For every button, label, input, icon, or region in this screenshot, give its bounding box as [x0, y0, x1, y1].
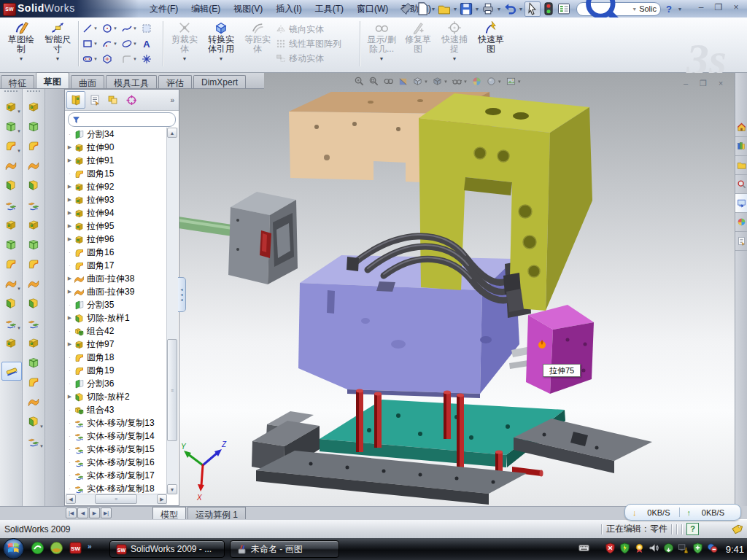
features-tool-12[interactable]: ▼	[1, 314, 20, 332]
expand-arrow[interactable]: ▶	[66, 276, 74, 281]
sketch-tool-spline[interactable]: ▼	[121, 20, 141, 36]
select-arrow-button[interactable]	[525, 1, 541, 17]
features-tool-11[interactable]	[1, 295, 20, 312]
surfaces-tool-17[interactable]: ▼	[24, 413, 43, 430]
dropdown-caret[interactable]: ▼	[39, 424, 44, 429]
dropdown-caret[interactable]: ▼	[219, 54, 224, 63]
expand-arrow[interactable]: ▶	[66, 394, 74, 400]
expand-arrow[interactable]: ▶	[66, 158, 74, 163]
model-clamp-unit[interactable]	[179, 192, 298, 284]
offset-entities-button[interactable]: 等距实体	[239, 18, 276, 70]
minimize-button[interactable]: –	[694, 2, 708, 14]
surfaces-tool-14[interactable]	[24, 354, 43, 371]
dropdown-caret[interactable]: ▼	[17, 109, 21, 114]
help-caret[interactable]: ▼	[677, 7, 683, 12]
apply-scene-button[interactable]	[471, 76, 482, 87]
task-pane-tab-design-library[interactable]	[735, 137, 747, 156]
sketch-tool-select-region[interactable]	[141, 20, 160, 36]
dropdown-caret[interactable]: ▼	[452, 7, 458, 12]
features-tool-9[interactable]	[1, 255, 20, 273]
tree-item[interactable]: ·实体-移动/复制14	[66, 429, 167, 443]
features-tool-6[interactable]	[1, 196, 20, 214]
menu-item-3[interactable]: 插入(I)	[269, 1, 308, 18]
undo-button[interactable]	[503, 2, 517, 16]
close-button[interactable]: ×	[729, 2, 743, 14]
dropdown-caret[interactable]: ▼	[17, 149, 21, 153]
task-pane-tab-search[interactable]	[735, 175, 747, 194]
motion-study-tab[interactable]: 运动算例 1	[187, 507, 246, 519]
move-entities-button[interactable]: 移动实体	[276, 51, 357, 66]
tray-input-method[interactable]	[578, 542, 589, 556]
tab-模具工具[interactable]: 模具工具	[106, 75, 157, 88]
dropdown-caret[interactable]: ▼	[17, 326, 21, 330]
features-tool-2[interactable]: ▼	[1, 117, 20, 135]
dropdown-caret[interactable]: ▼	[93, 42, 98, 46]
dropdown-caret[interactable]: ▼	[133, 57, 138, 61]
expand-arrow[interactable]: ▶	[66, 184, 74, 190]
zoom-area-button[interactable]	[368, 76, 379, 87]
dropdown-caret[interactable]: ▼	[17, 129, 21, 133]
property-manager-tab[interactable]	[86, 92, 104, 108]
surfaces-tool-11[interactable]	[24, 295, 43, 312]
doc-minimize-button[interactable]: –	[680, 79, 692, 88]
smart-dimension-button[interactable]: 智能尺寸▼	[39, 18, 76, 70]
surfaces-tool-5[interactable]	[24, 176, 43, 194]
sketch-tool-circle[interactable]: ▼	[101, 20, 121, 36]
features-tool-7[interactable]	[1, 216, 20, 233]
convert-entities-button[interactable]: 转换实体引用▼	[203, 18, 239, 70]
dropdown-caret[interactable]: ▼	[498, 79, 502, 84]
last-tab-button[interactable]: ▶|	[101, 508, 112, 518]
expand-arrow[interactable]: ▶	[66, 197, 74, 203]
view-orientation-button[interactable]: ▼	[412, 76, 428, 87]
tree-item[interactable]: ·圆角19	[66, 364, 167, 377]
dropdown-caret[interactable]: ▼	[39, 444, 44, 448]
tree-item[interactable]: ·圆角15	[66, 167, 167, 180]
feature-manager-tab[interactable]	[66, 91, 85, 109]
tray-antivirus[interactable]	[619, 542, 630, 556]
features-tool-4[interactable]	[1, 157, 20, 174]
features-tool-13[interactable]	[1, 334, 20, 351]
dropdown-caret[interactable]: ▼	[17, 287, 21, 291]
surfaces-tool-6[interactable]	[24, 196, 43, 214]
tree-item[interactable]: ▶拉伸96	[66, 233, 167, 246]
save-button[interactable]	[459, 2, 473, 16]
tab-草图[interactable]: 草图	[36, 72, 69, 88]
surfaces-tool-12[interactable]	[24, 314, 43, 332]
tree-item[interactable]: ·圆角16	[66, 246, 167, 259]
tree-item[interactable]: ▶拉伸93	[66, 193, 167, 206]
search-input[interactable]: ▼Solic	[576, 2, 661, 16]
tree-item[interactable]: ▶拉伸92	[66, 180, 167, 193]
surfaces-tool-2[interactable]	[24, 117, 43, 135]
sketch-tool-point[interactable]	[141, 51, 160, 66]
tree-item[interactable]: ·实体-移动/复制17	[66, 469, 167, 482]
taskbar-button-solidworks[interactable]: SW SolidWorks 2009 - ...	[109, 540, 225, 558]
sketch-button[interactable]: 草图绘制▼	[3, 18, 39, 70]
dropdown-caret[interactable]: ▼	[424, 79, 428, 84]
scroll-right-button[interactable]: ▶	[157, 494, 167, 504]
tree-item[interactable]: ▶拉伸91	[66, 154, 167, 167]
dropdown-caret[interactable]: ▼	[518, 7, 524, 12]
hide-show-items-button[interactable]: ▼	[452, 76, 468, 87]
surfaces-tool-16[interactable]	[24, 393, 43, 411]
pin-button[interactable]	[400, 2, 414, 16]
surfaces-tool-4[interactable]	[24, 157, 43, 174]
menu-item-5[interactable]: 窗口(W)	[350, 1, 395, 18]
tree-item[interactable]: ·实体-移动/复制16	[66, 456, 167, 469]
first-tab-button[interactable]: |◀	[66, 508, 77, 518]
tree-item[interactable]: ▶拉伸97	[66, 338, 167, 351]
mirror-entities-button[interactable]: 镜向实体	[276, 22, 357, 36]
tree-item[interactable]: ·组合42	[66, 324, 167, 338]
doc-restore-button[interactable]: ❐	[697, 79, 709, 88]
tree-item[interactable]: ·实体-移动/复制13	[66, 416, 167, 429]
dropdown-caret[interactable]: ▼	[113, 26, 118, 31]
tag-icon[interactable]	[731, 524, 743, 535]
quick-snaps-button[interactable]: 快速捕捉▼	[436, 18, 473, 70]
expand-arrow[interactable]: ▶	[66, 289, 74, 295]
tray-volume[interactable]	[649, 542, 659, 556]
surfaces-tool-15[interactable]	[24, 373, 43, 391]
features-tool-3[interactable]: ▼	[1, 137, 20, 155]
task-pane-tab-file-explorer[interactable]	[735, 156, 747, 175]
surfaces-tool-18[interactable]: ▼	[24, 432, 43, 450]
dropdown-caret[interactable]: ▼	[133, 42, 138, 46]
expand-arrow[interactable]: ▶	[66, 223, 74, 229]
